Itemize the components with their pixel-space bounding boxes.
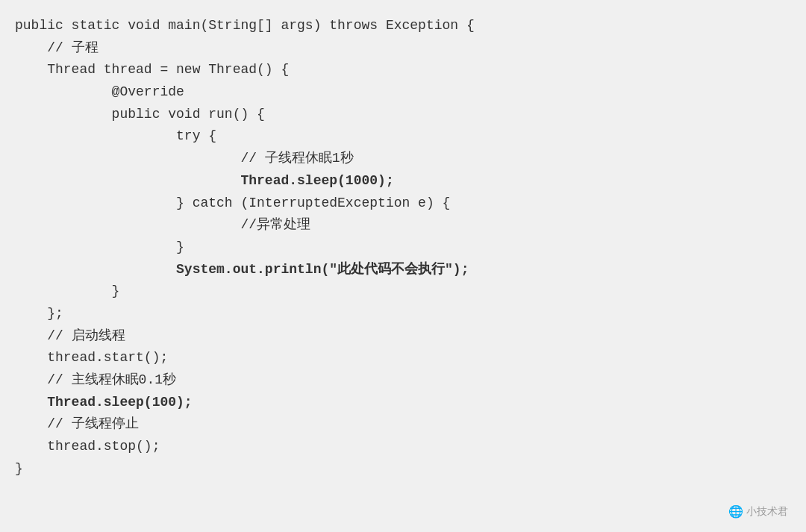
code-container: public static void main(String[] args) t… [0,0,806,532]
code-line: thread.start(); [15,347,791,369]
watermark-label: 小技术君 [746,505,788,519]
code-line: }; [15,303,791,325]
code-line: try { [15,125,791,148]
code-line: @Override [15,81,791,104]
code-line: public static void main(String[] args) t… [15,15,791,37]
code-line: // 子程 [15,37,791,60]
code-line: System.out.println("此处代码不会执行"); [15,259,791,281]
code-line: // 子线程休眠1秒 [15,148,791,170]
code-line: // 启动线程 [15,325,791,348]
code-line: } [15,281,791,303]
wechat-icon: 🌐 [728,504,743,519]
code-line: } [15,237,791,259]
code-line: // 子线程停止 [15,413,791,436]
code-line: //异常处理 [15,214,791,237]
code-line: } catch (InterruptedException e) { [15,193,791,215]
code-line: public void run() { [15,104,791,126]
code-block: public static void main(String[] args) t… [15,15,791,480]
code-line: thread.stop(); [15,436,791,458]
watermark: 🌐 小技术君 [728,504,788,519]
code-line: Thread.sleep(1000); [15,170,791,193]
code-line: } [15,458,791,481]
code-line: Thread thread = new Thread() { [15,59,791,81]
code-line: Thread.sleep(100); [15,392,791,414]
code-line: // 主线程休眠0.1秒 [15,369,791,392]
